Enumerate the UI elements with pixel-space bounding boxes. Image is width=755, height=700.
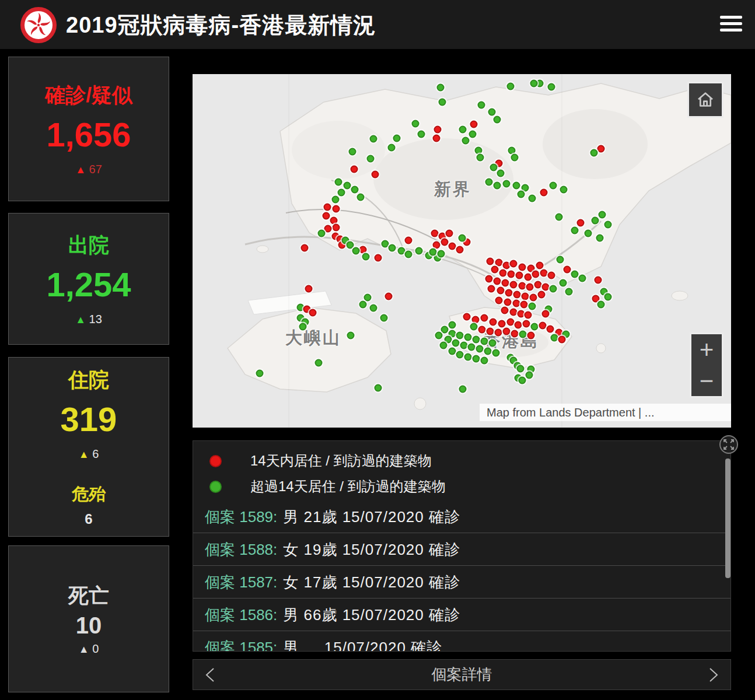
case-location-marker[interactable] xyxy=(501,307,509,314)
case-location-marker[interactable] xyxy=(488,108,496,116)
case-location-marker[interactable] xyxy=(389,244,396,252)
case-location-marker[interactable] xyxy=(499,270,507,277)
case-location-marker[interactable] xyxy=(511,330,519,338)
case-detail-bar[interactable]: 個案詳情 xyxy=(193,659,731,690)
case-location-marker[interactable] xyxy=(405,237,413,244)
case-location-marker[interactable] xyxy=(349,148,356,156)
case-location-marker[interactable] xyxy=(547,326,554,333)
case-location-marker[interactable] xyxy=(530,294,537,302)
case-location-marker[interactable] xyxy=(550,182,557,190)
case-location-marker[interactable] xyxy=(571,271,579,278)
case-location-marker[interactable] xyxy=(489,340,497,347)
case-location-marker[interactable] xyxy=(324,225,332,233)
case-location-marker[interactable] xyxy=(503,180,511,188)
case-location-marker[interactable] xyxy=(492,349,500,357)
case-location-marker[interactable] xyxy=(382,240,389,248)
case-location-marker[interactable] xyxy=(529,303,536,310)
case-location-marker[interactable] xyxy=(494,182,501,190)
map-attribution[interactable]: Map from Lands Department | ... xyxy=(480,404,731,421)
case-location-marker[interactable] xyxy=(542,284,550,291)
case-location-marker[interactable] xyxy=(477,154,484,162)
case-location-marker[interactable] xyxy=(305,285,313,293)
expand-panel-button[interactable] xyxy=(718,434,739,455)
case-location-marker[interactable] xyxy=(412,120,420,128)
case-location-marker[interactable] xyxy=(468,344,476,351)
case-location-marker[interactable] xyxy=(464,354,472,361)
case-location-marker[interactable] xyxy=(520,301,528,309)
case-location-marker[interactable] xyxy=(487,258,494,265)
case-location-marker[interactable] xyxy=(495,297,503,304)
case-location-marker[interactable] xyxy=(372,171,379,178)
case-location-marker[interactable] xyxy=(510,281,518,289)
case-location-marker[interactable] xyxy=(473,336,480,344)
case-location-marker[interactable] xyxy=(429,249,437,256)
case-location-marker[interactable] xyxy=(435,332,443,340)
case-location-marker[interactable] xyxy=(347,332,355,340)
case-location-marker[interactable] xyxy=(498,320,506,328)
case-location-marker[interactable] xyxy=(405,251,413,258)
case-location-marker[interactable] xyxy=(364,294,372,302)
case-location-marker[interactable] xyxy=(456,332,464,340)
case-location-marker[interactable] xyxy=(463,313,471,321)
case-location-marker[interactable] xyxy=(495,259,503,267)
case-location-marker[interactable] xyxy=(470,323,478,331)
case-location-marker[interactable] xyxy=(415,247,423,255)
case-location-marker[interactable] xyxy=(585,230,592,237)
case-location-marker[interactable] xyxy=(464,334,472,341)
case-location-marker[interactable] xyxy=(488,285,495,293)
case-location-marker[interactable] xyxy=(518,310,525,318)
map-home-button[interactable] xyxy=(687,82,723,118)
case-location-marker[interactable] xyxy=(510,260,518,268)
case-location-marker[interactable] xyxy=(333,224,340,232)
case-location-marker[interactable] xyxy=(525,312,532,319)
case-location-marker[interactable] xyxy=(604,221,612,229)
case-location-marker[interactable] xyxy=(522,293,529,300)
case-location-marker[interactable] xyxy=(555,214,563,221)
case-location-marker[interactable] xyxy=(527,332,535,340)
case-location-marker[interactable] xyxy=(439,99,446,106)
case-location-marker[interactable] xyxy=(462,137,470,145)
case-location-marker[interactable] xyxy=(526,284,534,291)
case-location-marker[interactable] xyxy=(519,377,526,384)
case-location-marker[interactable] xyxy=(494,278,501,285)
case-location-marker[interactable] xyxy=(433,242,441,249)
case-location-marker[interactable] xyxy=(534,281,542,289)
case-location-marker[interactable] xyxy=(385,293,393,300)
case-location-marker[interactable] xyxy=(357,194,365,201)
case-location-marker[interactable] xyxy=(507,318,515,326)
case-location-marker[interactable] xyxy=(367,155,375,163)
case-location-marker[interactable] xyxy=(388,144,396,152)
case-location-marker[interactable] xyxy=(456,351,464,359)
case-location-marker[interactable] xyxy=(469,131,477,138)
case-location-marker[interactable] xyxy=(362,253,370,261)
case-location-marker[interactable] xyxy=(446,230,453,237)
case-location-marker[interactable] xyxy=(333,205,340,213)
case-location-marker[interactable] xyxy=(481,338,488,345)
zoom-in-button[interactable]: + xyxy=(691,334,722,365)
case-location-marker[interactable] xyxy=(375,384,382,392)
case-location-marker[interactable] xyxy=(504,299,512,306)
case-location-marker[interactable] xyxy=(502,279,509,287)
case-location-marker[interactable] xyxy=(476,345,484,353)
case-location-marker[interactable] xyxy=(579,275,586,282)
case-location-marker[interactable] xyxy=(315,359,323,367)
case-location-marker[interactable] xyxy=(370,135,378,143)
case-location-marker[interactable] xyxy=(438,250,445,258)
case-location-marker[interactable] xyxy=(459,235,466,242)
case-location-marker[interactable] xyxy=(359,301,367,309)
case-location-marker[interactable] xyxy=(530,80,538,88)
case-location-marker[interactable] xyxy=(596,235,604,242)
case-location-marker[interactable] xyxy=(460,342,468,349)
case-location-marker[interactable] xyxy=(437,84,445,92)
case-location-marker[interactable] xyxy=(564,266,571,274)
next-arrow-icon[interactable] xyxy=(708,667,719,682)
case-location-marker[interactable] xyxy=(597,301,605,309)
case-location-marker[interactable] xyxy=(590,149,598,157)
case-location-marker[interactable] xyxy=(497,170,505,177)
case-location-marker[interactable] xyxy=(440,342,448,349)
case-location-marker[interactable] xyxy=(536,262,544,270)
case-location-marker[interactable] xyxy=(441,326,449,334)
case-location-marker[interactable] xyxy=(519,282,526,290)
case-location-marker[interactable] xyxy=(441,239,449,246)
case-location-marker[interactable] xyxy=(599,211,606,219)
